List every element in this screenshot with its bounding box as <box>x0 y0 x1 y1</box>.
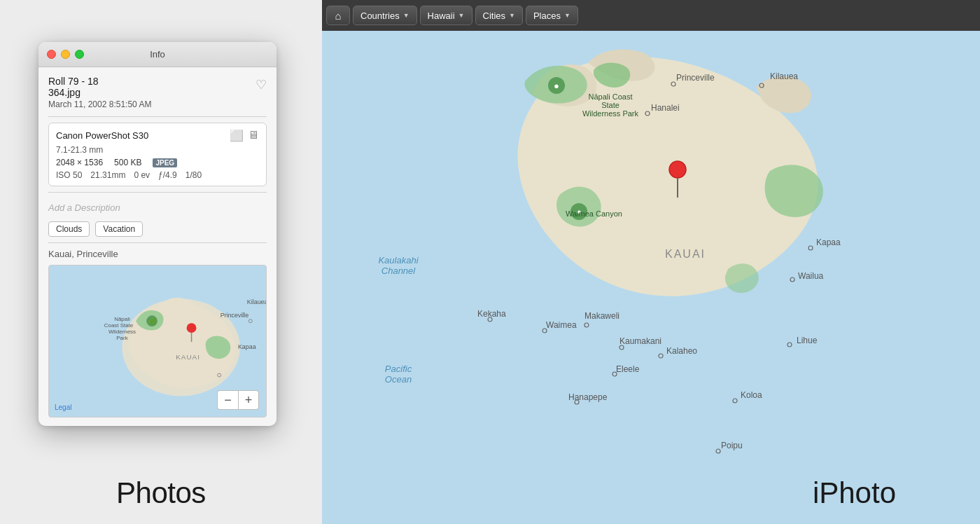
svg-text:🌿: 🌿 <box>148 317 157 326</box>
camera-section: Canon PowerShot S30 ⬜ 🖥 7.1-21.3 mm 2048… <box>48 123 267 186</box>
shutter-value: 1/80 <box>186 170 202 180</box>
file-size: 500 KB <box>114 158 141 167</box>
camera-name: Canon PowerShot S30 <box>56 130 148 141</box>
image-dimensions: 2048 × 1536 <box>56 158 103 167</box>
mini-map-controls: − + <box>217 390 259 410</box>
info-window: Info Roll 79 - 18 364.jpg March 11, 2002… <box>38 42 276 426</box>
svg-text:Kapaa: Kapaa <box>238 343 256 350</box>
svg-text:Park: Park <box>116 335 127 341</box>
window-titlebar: Info <box>38 42 276 67</box>
keyword-clouds[interactable]: Clouds <box>48 221 90 237</box>
mini-map[interactable]: 🌿 Kilauea Princeville Kapaa Nāpali Coast… <box>48 265 267 418</box>
camera-icon: ⬜ <box>230 129 244 142</box>
svg-text:Nāpali: Nāpali <box>114 316 130 322</box>
home-button[interactable]: ⌂ <box>326 6 350 25</box>
favorite-button[interactable]: ♡ <box>255 77 267 92</box>
image-info-row: 2048 × 1536 500 KB JPEG <box>56 158 259 167</box>
keywords-row: Clouds Vacation <box>48 221 267 237</box>
nav-item-countries[interactable]: Countries ▼ <box>353 6 417 25</box>
countries-label: Countries <box>360 11 400 21</box>
places-label: Places <box>533 11 561 21</box>
camera-row: Canon PowerShot S30 ⬜ 🖥 <box>56 129 259 142</box>
window-title: Info <box>150 49 165 60</box>
svg-point-4 <box>187 323 197 333</box>
right-panel-label: iPhoto <box>813 476 896 510</box>
svg-text:Princeville: Princeville <box>220 312 249 319</box>
traffic-lights <box>47 50 84 59</box>
zoom-out-button[interactable]: − <box>217 390 238 410</box>
location-text: Kauai, Princeville <box>48 249 267 259</box>
svg-point-21 <box>669 161 686 178</box>
right-panel: ⌂ Countries ▼ Hawaii ▼ Cities ▼ Places ▼ <box>322 0 980 524</box>
svg-text:●: ● <box>577 207 582 216</box>
close-button[interactable] <box>47 50 56 59</box>
svg-text:KAUAI: KAUAI <box>176 353 200 361</box>
divider-3 <box>48 242 267 243</box>
photo-roll: Roll 79 - 18 <box>48 76 151 87</box>
photo-header: Roll 79 - 18 364.jpg March 11, 2002 8:51… <box>48 76 267 109</box>
svg-text:Coast State: Coast State <box>104 322 134 329</box>
photo-title-block: Roll 79 - 18 364.jpg March 11, 2002 8:51… <box>48 76 151 109</box>
description-field[interactable]: Add a Description <box>48 198 267 217</box>
photo-date: March 11, 2002 8:51:50 AM <box>48 99 151 109</box>
places-chevron: ▼ <box>564 12 570 19</box>
camera-icons: ⬜ 🖥 <box>230 129 259 142</box>
divider-1 <box>48 116 267 117</box>
hawaii-label: Hawaii <box>428 11 455 21</box>
maximize-button[interactable] <box>75 50 84 59</box>
camera-focal: 7.1-21.3 mm <box>56 145 259 155</box>
format-badge: JPEG <box>153 158 177 167</box>
hawaii-chevron: ▼ <box>458 12 465 19</box>
left-panel: Info Roll 79 - 18 364.jpg March 11, 2002… <box>0 0 322 524</box>
nav-item-hawaii[interactable]: Hawaii ▼ <box>420 6 472 25</box>
monitor-icon: 🖥 <box>248 129 259 142</box>
minimize-button[interactable] <box>61 50 70 59</box>
map-area: ● ● <box>322 31 980 524</box>
svg-text:Kilauea: Kilauea <box>247 298 266 305</box>
nav-item-places[interactable]: Places ▼ <box>526 6 578 25</box>
window-body: Roll 79 - 18 364.jpg March 11, 2002 8:51… <box>38 67 276 426</box>
home-icon: ⌂ <box>335 10 341 22</box>
countries-chevron: ▼ <box>403 12 410 19</box>
photo-filename: 364.jpg <box>48 87 151 98</box>
divider-2 <box>48 192 267 193</box>
aperture-value: ƒ/4.9 <box>158 170 177 180</box>
exposure-comp-value: 0 ev <box>134 170 150 180</box>
svg-text:Wilderness: Wilderness <box>108 329 136 335</box>
iso-value: ISO 50 <box>56 170 82 180</box>
nav-bar: ⌂ Countries ▼ Hawaii ▼ Cities ▼ Places ▼ <box>322 0 980 31</box>
zoom-in-button[interactable]: + <box>238 390 259 410</box>
left-panel-label: Photos <box>116 476 206 510</box>
nav-item-cities[interactable]: Cities ▼ <box>475 6 523 25</box>
cities-label: Cities <box>483 11 506 21</box>
legal-link[interactable]: Legal <box>55 404 71 411</box>
keyword-vacation[interactable]: Vacation <box>95 221 143 237</box>
exif-row: ISO 50 21.31mm 0 ev ƒ/4.9 1/80 <box>56 170 259 180</box>
cities-chevron: ▼ <box>509 12 515 19</box>
svg-text:●: ● <box>554 81 559 91</box>
focal-length-value: 21.31mm <box>90 170 125 180</box>
